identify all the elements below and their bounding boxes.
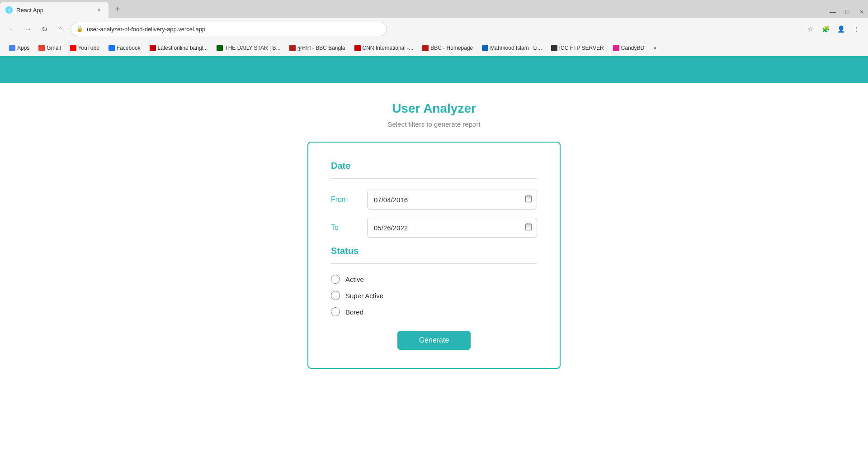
address-bar[interactable]: 🔒 user-analyzer-of-food-delivery-app.ver… <box>71 22 387 36</box>
bookmark-youtube[interactable]: YouTube <box>66 43 103 53</box>
maximize-button[interactable]: □ <box>841 5 854 18</box>
svg-rect-0 <box>525 196 532 202</box>
extensions-button[interactable]: 🧩 <box>819 23 832 35</box>
bookmarks-bar: Apps Gmail YouTube Facebook Latest onlin… <box>0 40 868 56</box>
to-calendar-icon[interactable] <box>524 223 533 233</box>
window-controls: — □ × <box>826 5 868 18</box>
generate-btn-wrapper: Generate <box>331 331 537 350</box>
status-radio-group: Active Super Active Bored <box>331 275 537 316</box>
bookmark-daily-star[interactable]: Latest online bangl... <box>146 43 212 53</box>
icc-favicon-icon <box>551 45 557 51</box>
bookmark-cnn-label: CNN International -... <box>363 45 414 51</box>
date-section-title: Date <box>331 161 537 171</box>
bookmark-facebook[interactable]: Facebook <box>105 43 144 53</box>
url-text: user-analyzer-of-food-delivery-app.verce… <box>87 26 381 33</box>
facebook-favicon-icon <box>108 45 115 51</box>
bookmark-bbc[interactable]: BBC - Homepage <box>419 43 476 53</box>
bookmark-icc[interactable]: ICC FTP SERVER <box>547 43 608 53</box>
to-date-input[interactable] <box>367 218 537 238</box>
home-button[interactable]: ⌂ <box>54 23 67 35</box>
bookmark-bbc-bangla-label: মুলপাতা - BBC Bangla <box>297 45 345 51</box>
daily-star2-favicon-icon <box>217 45 223 51</box>
menu-button[interactable]: ⋮ <box>850 23 863 35</box>
tab-close-button[interactable]: × <box>95 6 103 14</box>
page-title: User Analyzer <box>392 101 476 116</box>
status-section: Status Active Super Active Bored <box>331 246 537 316</box>
bookmark-icc-label: ICC FTP SERVER <box>559 45 604 51</box>
bookmark-candy[interactable]: CandyBD <box>609 43 648 53</box>
page-subtitle: Select filters to generate report <box>387 120 480 128</box>
status-divider <box>331 263 537 264</box>
app-header <box>0 56 868 83</box>
from-calendar-icon[interactable] <box>524 195 533 205</box>
bookmark-apps[interactable]: Apps <box>5 43 33 53</box>
from-row: From <box>331 190 537 210</box>
tab-bar: ⚛ React App × + — □ × <box>0 0 868 18</box>
bookmark-apps-label: Apps <box>17 45 29 51</box>
bookmark-star-button[interactable]: ☆ <box>804 23 816 35</box>
to-date-wrapper <box>367 218 537 238</box>
from-date-wrapper <box>367 190 537 210</box>
bookmark-candy-label: CandyBD <box>621 45 644 51</box>
bookmark-linkedin-label: Mahmood Islam | Li... <box>490 45 542 51</box>
bookmark-cnn[interactable]: CNN International -... <box>351 43 417 53</box>
bookmark-daily-star2-label: THE DAILY STAR | B... <box>225 45 280 51</box>
bbc-bangla-favicon-icon <box>289 45 296 51</box>
bookmark-daily-star2[interactable]: THE DAILY STAR | B... <box>213 43 284 53</box>
status-active-item[interactable]: Active <box>331 275 537 284</box>
form-card: Date From <box>307 142 561 369</box>
bookmark-linkedin[interactable]: Mahmood Islam | Li... <box>478 43 546 53</box>
status-section-title: Status <box>331 246 537 256</box>
browser-profile-button[interactable]: 👤 <box>835 23 847 35</box>
bookmark-facebook-label: Facebook <box>117 45 141 51</box>
refresh-button[interactable]: ↻ <box>38 23 51 35</box>
to-label: To <box>331 224 358 232</box>
candy-favicon-icon <box>613 45 619 51</box>
to-row: To <box>331 218 537 238</box>
status-super-active-label: Super Active <box>345 292 383 300</box>
address-bar-row: ← → ↻ ⌂ 🔒 user-analyzer-of-food-delivery… <box>0 18 868 40</box>
bookmark-gmail[interactable]: Gmail <box>35 43 64 53</box>
back-button[interactable]: ← <box>5 23 18 35</box>
bookmark-daily-star-label: Latest online bangl... <box>158 45 208 51</box>
status-bored-label: Bored <box>345 308 363 316</box>
from-label: From <box>331 195 358 204</box>
forward-button[interactable]: → <box>22 23 34 35</box>
lock-icon: 🔒 <box>76 26 83 32</box>
from-date-input[interactable] <box>367 190 537 210</box>
tab-favicon-icon: ⚛ <box>5 6 13 14</box>
bookmark-gmail-label: Gmail <box>47 45 61 51</box>
toolbar-icons: ☆ 🧩 👤 ⋮ <box>804 23 863 35</box>
status-bored-item[interactable]: Bored <box>331 307 537 316</box>
new-tab-button[interactable]: + <box>110 2 125 16</box>
bookmark-more[interactable]: » <box>650 43 660 53</box>
status-active-radio[interactable] <box>331 275 340 284</box>
bookmark-bbc-label: BBC - Homepage <box>430 45 473 51</box>
active-tab[interactable]: ⚛ React App × <box>0 2 108 18</box>
main-content: User Analyzer Select filters to generate… <box>0 83 868 467</box>
status-bored-radio[interactable] <box>331 307 340 316</box>
gmail-favicon-icon <box>38 45 45 51</box>
apps-favicon-icon <box>9 45 15 51</box>
tab-title: React App <box>16 7 91 14</box>
status-super-active-item[interactable]: Super Active <box>331 291 537 300</box>
bookmark-youtube-label: YouTube <box>78 45 99 51</box>
status-super-active-radio[interactable] <box>331 291 340 300</box>
svg-rect-4 <box>525 224 532 230</box>
close-button[interactable]: × <box>855 5 868 18</box>
daily-star-favicon-icon <box>150 45 156 51</box>
status-active-label: Active <box>345 276 364 283</box>
bbc-favicon-icon <box>422 45 429 51</box>
cnn-favicon-icon <box>354 45 361 51</box>
linkedin-favicon-icon <box>482 45 488 51</box>
date-divider <box>331 178 537 179</box>
browser-chrome: ⚛ React App × + — □ × ← → ↻ ⌂ 🔒 user-ana… <box>0 0 868 56</box>
bookmark-bbc-bangla[interactable]: মুলপাতা - BBC Bangla <box>286 43 349 53</box>
minimize-button[interactable]: — <box>826 5 839 18</box>
date-section: Date From <box>331 161 537 238</box>
youtube-favicon-icon <box>70 45 76 51</box>
generate-button[interactable]: Generate <box>397 331 471 350</box>
bookmark-more-label: » <box>653 45 656 51</box>
